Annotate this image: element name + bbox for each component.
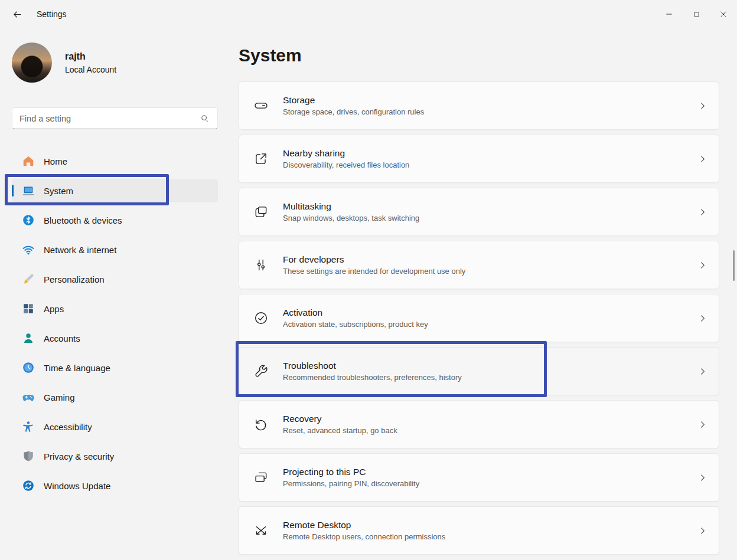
chevron-right-icon bbox=[698, 420, 707, 429]
home-icon bbox=[21, 155, 35, 168]
settings-card-troubleshoot[interactable]: Troubleshoot Recommended troubleshooters… bbox=[239, 347, 719, 395]
sidebar-item-label: Home bbox=[44, 156, 67, 166]
chevron-right-icon bbox=[698, 101, 707, 110]
window-controls bbox=[656, 0, 737, 28]
user-name: rajth bbox=[65, 51, 116, 62]
search-icon[interactable] bbox=[200, 114, 209, 123]
sidebar-item-label: Network & internet bbox=[44, 245, 116, 255]
card-title: Troubleshoot bbox=[283, 361, 462, 371]
sidebar-item-system[interactable]: System bbox=[12, 179, 218, 202]
sidebar-item-label: Apps bbox=[44, 304, 64, 314]
sidebar-item-label: Privacy & security bbox=[44, 451, 114, 461]
user-account-block[interactable]: rajth Local Account bbox=[12, 42, 230, 83]
card-title: Activation bbox=[283, 307, 428, 318]
card-subtitle: Activation state, subscriptions, product… bbox=[283, 320, 428, 329]
storage-icon bbox=[239, 98, 283, 113]
activation-icon bbox=[239, 310, 283, 326]
sidebar-item-personalization[interactable]: Personalization bbox=[12, 267, 218, 291]
sidebar-item-label: Time & language bbox=[44, 363, 110, 373]
settings-card-activation[interactable]: Activation Activation state, subscriptio… bbox=[239, 294, 719, 342]
settings-card-remote-desktop[interactable]: Remote Desktop Remote Desktop users, con… bbox=[239, 506, 719, 555]
sidebar-item-time-language[interactable]: Time & language bbox=[12, 356, 218, 379]
card-subtitle: Storage space, drives, configuration rul… bbox=[283, 107, 424, 116]
card-subtitle: Recommended troubleshooters, preferences… bbox=[283, 373, 462, 382]
close-icon bbox=[719, 9, 728, 19]
maximize-button[interactable] bbox=[683, 0, 710, 28]
back-arrow-icon bbox=[12, 9, 22, 19]
settings-card-recovery[interactable]: Recovery Reset, advanced startup, go bac… bbox=[239, 400, 719, 448]
network-icon bbox=[21, 243, 35, 256]
avatar bbox=[12, 42, 52, 83]
sidebar-item-label: Accounts bbox=[44, 333, 80, 343]
chevron-right-icon bbox=[698, 208, 707, 217]
settings-card-projecting[interactable]: Projecting to this PC Permissions, pairi… bbox=[239, 453, 719, 502]
card-title: Projecting to this PC bbox=[283, 467, 419, 477]
settings-card-nearby-sharing[interactable]: Nearby sharing Discoverability, received… bbox=[239, 135, 719, 183]
sidebar-nav: Home System Bluetooth & devices Network … bbox=[12, 149, 218, 497]
card-subtitle: Discoverability, received files location bbox=[283, 161, 409, 169]
chevron-right-icon bbox=[698, 261, 707, 270]
back-button[interactable] bbox=[7, 5, 27, 24]
windows-update-icon bbox=[21, 479, 35, 492]
main-content: System Storage Storage space, drives, co… bbox=[239, 28, 719, 559]
settings-card-for-developers[interactable]: For developers These settings are intend… bbox=[239, 241, 719, 289]
card-title: Remote Desktop bbox=[283, 520, 445, 530]
scrollbar[interactable] bbox=[733, 250, 735, 281]
bluetooth-icon bbox=[21, 214, 35, 227]
apps-icon bbox=[21, 302, 35, 315]
chevron-right-icon bbox=[698, 367, 707, 376]
sidebar-item-label: Gaming bbox=[44, 392, 75, 402]
card-subtitle: Permissions, pairing PIN, discoverabilit… bbox=[283, 479, 419, 488]
search-input[interactable] bbox=[12, 114, 200, 123]
sidebar-item-label: System bbox=[44, 186, 73, 196]
settings-card-multitasking[interactable]: Multitasking Snap windows, desktops, tas… bbox=[239, 188, 719, 236]
settings-cards: Storage Storage space, drives, configura… bbox=[239, 81, 719, 555]
card-subtitle: Snap windows, desktops, task switching bbox=[283, 214, 419, 222]
accessibility-icon bbox=[21, 420, 35, 433]
settings-card-storage[interactable]: Storage Storage space, drives, configura… bbox=[239, 81, 719, 130]
card-title: Storage bbox=[283, 95, 424, 106]
sidebar-item-accessibility[interactable]: Accessibility bbox=[12, 415, 218, 438]
app-title: Settings bbox=[37, 9, 67, 19]
sidebar-item-privacy-security[interactable]: Privacy & security bbox=[12, 444, 218, 468]
sidebar-item-gaming[interactable]: Gaming bbox=[12, 385, 218, 409]
minimize-icon bbox=[664, 9, 674, 19]
for-developers-icon bbox=[239, 257, 283, 273]
accounts-icon bbox=[21, 332, 35, 345]
chevron-right-icon bbox=[698, 526, 707, 535]
sidebar-item-home[interactable]: Home bbox=[12, 149, 218, 173]
card-title: For developers bbox=[283, 254, 465, 265]
minimize-button[interactable] bbox=[656, 0, 683, 28]
gaming-icon bbox=[21, 391, 35, 404]
sidebar-item-label: Accessibility bbox=[44, 422, 92, 432]
sidebar-item-label: Windows Update bbox=[44, 481, 110, 491]
sidebar-item-apps[interactable]: Apps bbox=[12, 297, 218, 320]
system-icon bbox=[21, 184, 35, 197]
remote-desktop-icon bbox=[239, 523, 283, 538]
maximize-icon bbox=[692, 10, 701, 19]
sidebar: rajth Local Account Home System Blueto bbox=[0, 28, 230, 560]
card-title: Nearby sharing bbox=[283, 148, 409, 159]
close-button[interactable] bbox=[710, 0, 737, 28]
personalization-icon bbox=[21, 273, 35, 286]
search-box bbox=[12, 107, 218, 129]
chevron-right-icon bbox=[698, 155, 707, 163]
card-subtitle: Remote Desktop users, connection permiss… bbox=[283, 532, 445, 541]
card-subtitle: These settings are intended for developm… bbox=[283, 267, 465, 276]
card-title: Multitasking bbox=[283, 201, 419, 212]
troubleshoot-icon bbox=[239, 363, 283, 379]
projecting-icon bbox=[239, 470, 283, 485]
titlebar: Settings bbox=[0, 0, 737, 28]
nearby-sharing-icon bbox=[239, 151, 283, 166]
sidebar-item-accounts[interactable]: Accounts bbox=[12, 326, 218, 350]
page-title: System bbox=[239, 44, 719, 67]
chevron-right-icon bbox=[698, 314, 707, 323]
recovery-icon bbox=[239, 417, 283, 432]
chevron-right-icon bbox=[698, 473, 707, 482]
sidebar-item-windows-update[interactable]: Windows Update bbox=[12, 474, 218, 497]
sidebar-item-network-internet[interactable]: Network & internet bbox=[12, 238, 218, 261]
sidebar-item-bluetooth-devices[interactable]: Bluetooth & devices bbox=[12, 208, 218, 232]
card-title: Recovery bbox=[283, 414, 397, 424]
account-type-label: Local Account bbox=[65, 65, 116, 74]
multitasking-icon bbox=[239, 204, 283, 220]
